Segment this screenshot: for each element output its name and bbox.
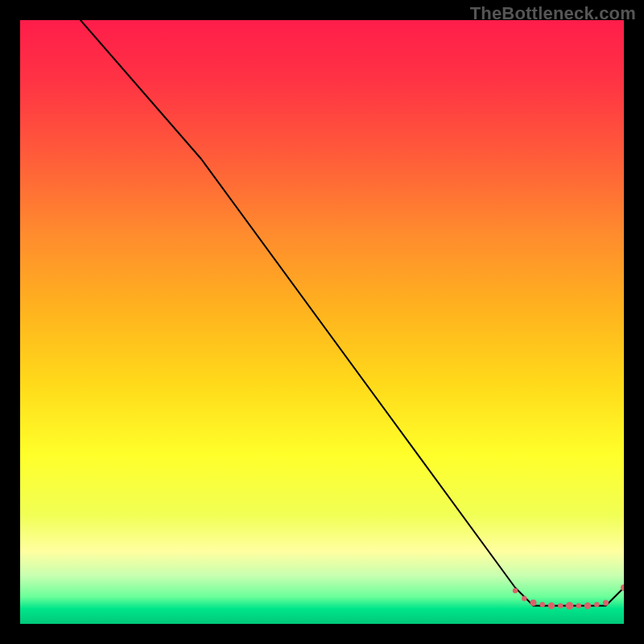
data-point	[566, 602, 574, 610]
data-point	[576, 603, 581, 608]
chart-stage: TheBottleneck.com	[0, 0, 644, 644]
plot-area	[20, 20, 624, 624]
data-point	[584, 602, 591, 609]
data-point	[548, 602, 555, 609]
data-point	[522, 596, 526, 601]
data-point	[540, 602, 545, 607]
data-point	[530, 600, 537, 606]
data-point	[603, 600, 609, 605]
bottleneck-curve	[80, 20, 624, 606]
curve-layer	[20, 20, 624, 624]
data-point	[513, 588, 518, 593]
data-point	[558, 603, 563, 608]
data-point	[594, 602, 599, 607]
